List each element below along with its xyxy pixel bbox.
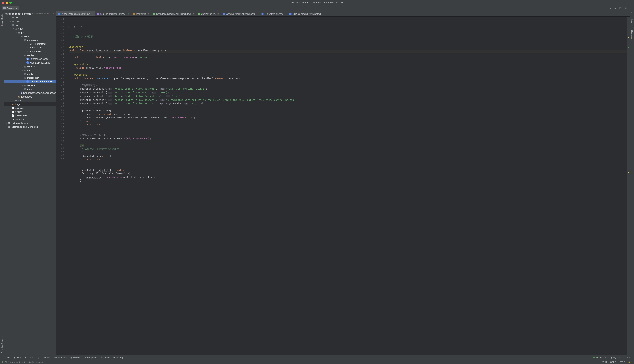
rail-button[interactable]: Database — [631, 32, 633, 40]
tool-window-button[interactable]: ≣TODO — [23, 356, 36, 359]
editor-tab[interactable]: FileController.java× — [259, 11, 287, 16]
up-icon[interactable]: ˄ — [78, 26, 79, 29]
close-tab-icon[interactable]: × — [148, 13, 149, 15]
rail-button[interactable]: Commit — [1, 19, 3, 26]
code-line[interactable]: private TokenService tokenService; — [69, 66, 627, 70]
code-line[interactable]: public static final String LOGIN_TOKEN_K… — [69, 56, 627, 60]
tool-window-button[interactable]: ⎇Git — [2, 356, 12, 359]
maximize-icon[interactable] — [10, 2, 12, 4]
tree-item[interactable]: ▾▤src — [4, 23, 56, 27]
tree-item[interactable]: ▸▣service — [4, 83, 56, 87]
code-line[interactable]: tokenEntity = tokenService.getTokenEntit… — [69, 176, 627, 179]
tree-item[interactable]: ▾▤main — [4, 27, 56, 30]
code-line[interactable]: response.setHeader( s: "Access-Control-A… — [69, 87, 627, 91]
tool-window-button[interactable]: ◆ Mybatis Log Plus — [608, 356, 632, 359]
code-line[interactable]: @Override — [69, 73, 627, 77]
code-line[interactable]: return true; — [69, 158, 627, 162]
code-line[interactable]: return true; — [69, 123, 627, 126]
tree-item[interactable]: ▸▣resources — [4, 95, 56, 98]
code-line[interactable] — [69, 130, 627, 134]
tabs-overflow[interactable]: ▾ — [325, 11, 330, 16]
close-tab-icon[interactable]: × — [217, 13, 219, 15]
tree-item[interactable]: ▸▣target — [4, 102, 56, 106]
tree-item[interactable]: ▾▣com — [4, 34, 56, 38]
code-line[interactable]: /** — [69, 144, 627, 148]
editor-tab[interactable]: SpringbootSchemaApplication.java× — [151, 11, 196, 16]
code-line[interactable]: @Component — [69, 45, 627, 49]
caret-position[interactable]: 26:11 — [600, 361, 609, 363]
code-line[interactable]: response.setHeader( s: "Access-Control-M… — [69, 91, 627, 95]
editor-scrollbar[interactable] — [627, 16, 630, 355]
tree-item[interactable]: ▸▤.mvn — [4, 19, 56, 23]
code-line[interactable]: response.setHeader( s: "Access-Control-A… — [69, 102, 627, 106]
rail-button[interactable]: Project — [1, 12, 3, 19]
tree-item[interactable]: mpom.xml — [4, 117, 56, 121]
tree-item[interactable]: CMybatisPlusConfig — [4, 61, 56, 64]
tree-item[interactable]: ●LoginUser — [4, 50, 56, 53]
down-icon[interactable]: ˅ — [81, 26, 82, 29]
close-tab-icon[interactable]: × — [193, 13, 194, 15]
tool-window-button[interactable]: ⊘Problems — [36, 356, 52, 359]
inspections-widget[interactable]: ▲ 1 ▲ 6 ˄ ˅ — [67, 26, 623, 29]
code-line[interactable] — [69, 106, 627, 109]
code-line[interactable]: } — [69, 126, 627, 130]
tree-item[interactable]: ▸▤test — [4, 98, 56, 102]
code-line[interactable]: public boolean preHandle(HttpServletRequ… — [69, 77, 627, 80]
readonly-icon[interactable]: 🔓 — [626, 361, 632, 364]
collapse-icon[interactable]: ⇱ — [619, 7, 622, 10]
tree-item[interactable]: CAuthorizationInterceptor — [4, 80, 56, 83]
tree-item[interactable]: ▾▤java — [4, 30, 56, 34]
close-tab-icon[interactable]: × — [128, 13, 129, 15]
tree-item[interactable]: ▾▣config — [4, 53, 56, 57]
code-line[interactable]: */ — [69, 151, 627, 154]
rail-button[interactable]: Favorites — [1, 344, 3, 353]
code-line[interactable] — [69, 165, 627, 168]
tool-window-button[interactable]: ⌨Terminal — [52, 356, 69, 359]
file-encoding[interactable]: UTF-8 — [617, 361, 626, 363]
tree-item[interactable]: ▸▣dao — [4, 68, 56, 72]
code-line[interactable]: TokenEntity tokenEntity = null; — [69, 168, 627, 172]
tree-item[interactable]: ●IgnoreAuth — [4, 46, 56, 50]
code-line[interactable]: if (handler instanceof HandlerMethod) { — [69, 112, 627, 116]
code-line[interactable]: IgnoreAuth annotation; — [69, 109, 627, 112]
editor-tab[interactable]: index.html× — [131, 11, 151, 16]
editor-tab[interactable]: application.yml× — [196, 11, 221, 16]
tree-item[interactable]: 📄mvnw — [4, 110, 56, 114]
tree-item[interactable]: ▸▤.idea — [4, 16, 56, 19]
tree-root[interactable]: ▾▣springboot-schema~/Downloads/mudaimaPr… — [4, 12, 56, 16]
code-line[interactable]: String token = request.getHeader(LOGIN_T… — [69, 137, 627, 140]
rail-button[interactable]: Structure — [1, 336, 3, 344]
code-line[interactable]: if(StringUtils.isNotBlank(token)) { — [69, 172, 627, 176]
project-selector[interactable]: Project — [2, 6, 19, 10]
code-line[interactable] — [69, 80, 627, 84]
code-line[interactable] — [69, 38, 627, 42]
code-line[interactable]: public class AuthorizationInterceptor im… — [69, 49, 627, 52]
close-tab-icon[interactable]: × — [91, 13, 93, 15]
code-line[interactable]: response.setHeader( s: "Access-Control-A… — [69, 94, 627, 98]
code-line[interactable] — [69, 140, 627, 144]
code-line[interactable] — [69, 70, 627, 73]
close-icon[interactable] — [2, 2, 4, 4]
tree-item[interactable]: ▸▣entity — [4, 72, 56, 76]
line-separator[interactable]: CRLF — [608, 361, 617, 363]
code-line[interactable]: * 不需要验证权限的方法直接放过 — [69, 148, 627, 151]
tool-window-button[interactable]: ▶Run — [12, 356, 23, 359]
tool-window-button[interactable]: Event Log — [591, 356, 608, 359]
editor-tab[interactable]: DiscusszhaopinxinxiControll× — [287, 11, 325, 16]
code-line[interactable]: annotation = ((HandlerMethod) handler).g… — [69, 116, 627, 120]
tree-item[interactable]: ▸▥External Libraries — [4, 121, 56, 125]
code-line[interactable]: //支持跨域请求 — [69, 84, 627, 87]
tree-item[interactable]: ▸▣controller — [4, 64, 56, 68]
tree-item[interactable]: ▾▣annotation — [4, 38, 56, 42]
code-editor[interactable]: ▲ 1 ▲ 6 ˄ ˅ * 权限(Token)验证 @Componentpubl… — [67, 16, 627, 355]
code-line[interactable]: } else { — [69, 120, 627, 123]
code-line[interactable]: response.setHeader( s: "Access-Control-A… — [69, 98, 627, 102]
code-line[interactable]: @Autowired — [69, 63, 627, 66]
code-line[interactable]: if(annotation!=null) { — [69, 154, 627, 158]
tree-item[interactable]: CSpringbootSchemaApplication — [4, 91, 56, 95]
editor-tab[interactable]: AuthorizationInterceptor.java× — [56, 11, 95, 16]
gear-icon[interactable]: ⚙ — [624, 7, 627, 10]
close-tab-icon[interactable]: × — [256, 13, 257, 15]
tree-item[interactable]: ▸▥Scratches and Consoles — [4, 125, 56, 129]
rail-button[interactable]: Maven — [631, 18, 633, 24]
